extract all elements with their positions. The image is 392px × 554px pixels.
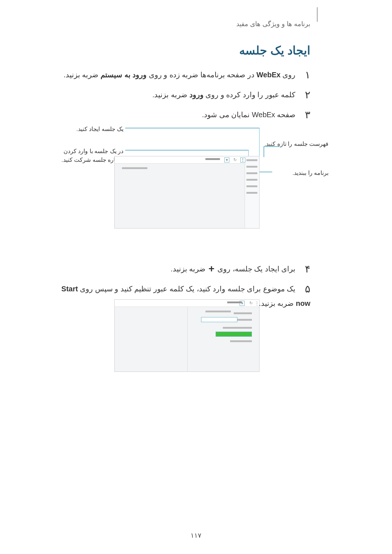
callout-line — [259, 128, 260, 157]
webex-screenshot-2: ⋮ ↻ + — [114, 299, 260, 372]
sidebar — [245, 156, 259, 228]
callout-line — [125, 150, 249, 151]
step-3: ۳ صفحه WebEx نمایان می شود. — [51, 107, 310, 123]
step-text: ضربه بزنید. — [171, 265, 208, 273]
step-number: ۱ — [305, 69, 310, 81]
refresh-icon[interactable]: ↻ — [232, 157, 237, 163]
step-2: ۲ کلمه عبور را وارد کرده و روی ورود ضربه… — [51, 87, 310, 103]
my-meetings-label — [205, 158, 220, 160]
sidebar-item — [245, 184, 259, 189]
password-label — [237, 319, 252, 321]
callout-line — [264, 146, 264, 157]
step-number: ۳ — [305, 109, 310, 120]
plus-icon[interactable]: + — [224, 157, 229, 163]
step-text: کلمه عبور را وارد کرده و روی — [204, 91, 296, 99]
topbar: ⋮ ↻ + — [115, 300, 259, 307]
no-meetings-text — [122, 167, 147, 169]
step-text: ضربه بزنید. — [152, 91, 189, 99]
menu-icon[interactable]: ⋮ — [256, 301, 259, 306]
webex-screenshot-1: ⋮ ↻ + — [114, 156, 260, 229]
password-input[interactable] — [201, 317, 237, 322]
step-text: ضربه بزنید. — [64, 71, 101, 79]
my-meetings-label — [227, 301, 242, 303]
sidebar-item — [245, 164, 259, 169]
callout-close: برنامه را ببندید. — [274, 169, 328, 177]
page-number: ۱۱۷ — [0, 532, 392, 539]
step-4: ۴ برای ایجاد یک جلسه، روی + ضربه بزنید. — [51, 261, 310, 278]
step-number: ۴ — [305, 263, 310, 275]
value-text — [223, 327, 234, 329]
callout-line — [125, 128, 260, 128]
callout-line — [264, 146, 279, 147]
section-title: ایجاد یک جلسه — [239, 44, 310, 57]
refresh-icon[interactable]: ↻ — [248, 301, 253, 306]
step-1: ۱ روی WebEx در صفحه برنامه‌ها ضربه زده و… — [51, 67, 310, 83]
sidebar-item — [245, 190, 259, 196]
step-text: ضربه بزنید. — [259, 299, 296, 307]
page-border-marker — [317, 7, 318, 22]
callout-refresh: فهرست جلسه را تازه کنید. — [263, 140, 328, 148]
sidebar-item — [245, 171, 259, 176]
step-text: برای ایجاد یک جلسه، روی — [216, 265, 296, 273]
step-bold: ورود — [189, 91, 204, 99]
step-text: یک موضوع برای جلسه وارد کنید، یک کلمه عب… — [78, 285, 296, 293]
close-icon[interactable]: ⋮ — [240, 157, 245, 163]
step-bold: ورود به سیستم — [101, 71, 147, 79]
meeting-pw-label — [234, 327, 252, 329]
plus-icon-inline: + — [208, 265, 216, 273]
step-number: ۲ — [305, 89, 310, 100]
step-text: صفحه WebEx نمایان می شود. — [202, 111, 296, 119]
topbar: ⋮ ↻ + — [115, 156, 245, 164]
step-number: ۵ — [305, 283, 310, 295]
start-now-button[interactable] — [216, 332, 252, 337]
step-text: در صفحه برنامه‌ها ضربه زده و روی — [147, 71, 256, 79]
sidebar-item — [245, 177, 259, 182]
step-text: روی — [281, 71, 296, 79]
page-header: برنامه ها و ویژگی های مفید — [236, 20, 310, 28]
callout-join: در یک جلسه با وارد کردن شماره جلسه شرکت … — [51, 147, 123, 164]
callout-create: یک جلسه ایجاد کنید. — [58, 125, 123, 134]
schedule-panel — [122, 311, 252, 342]
step-bold: WebEx — [257, 71, 281, 79]
sidebar-item — [245, 158, 259, 163]
schedule-later-link[interactable] — [230, 340, 252, 342]
schedule-meeting-label — [234, 312, 252, 314]
